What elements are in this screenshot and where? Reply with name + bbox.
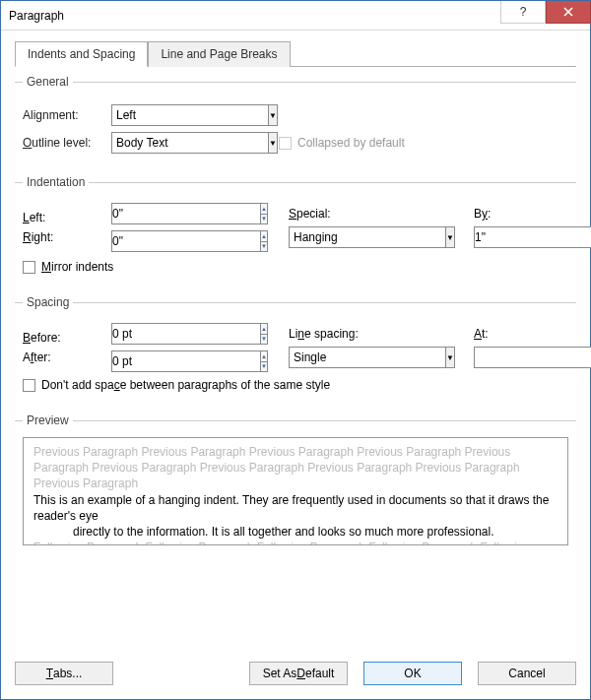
spin-up-icon[interactable]: ▲ <box>261 231 267 241</box>
collapsed-label: Collapsed by default <box>297 136 405 150</box>
before-label: Before: <box>23 331 111 345</box>
at-label: At: <box>474 327 553 341</box>
outline-value[interactable] <box>111 132 268 154</box>
button-row: Tabs... Set As Default OK Cancel <box>15 662 576 685</box>
chevron-down-icon[interactable]: ▼ <box>268 104 278 126</box>
left-spinner[interactable]: ▲▼ <box>111 203 190 224</box>
close-icon <box>563 7 573 17</box>
spin-down-icon[interactable]: ▼ <box>261 214 267 224</box>
mirror-label: Mirror indents <box>41 260 113 274</box>
chevron-down-icon[interactable]: ▼ <box>268 132 278 154</box>
special-label: Special: <box>289 207 458 221</box>
alignment-label: Alignment: <box>23 108 111 122</box>
chevron-down-icon[interactable]: ▼ <box>445 347 455 368</box>
right-label: Right: <box>23 230 111 244</box>
by-label: By: <box>474 207 553 221</box>
alignment-value[interactable] <box>111 104 268 126</box>
preview-previous: Previous Paragraph Previous Paragraph Pr… <box>33 444 558 492</box>
tab-strip: Indents and Spacing Line and Page Breaks <box>15 40 576 67</box>
ok-button[interactable]: OK <box>363 662 462 685</box>
alignment-select[interactable]: ▼ <box>111 104 259 126</box>
general-group: General Alignment: ▼ Outline level: ▼ Co… <box>15 75 576 163</box>
mirror-checkbox[interactable] <box>23 261 35 274</box>
special-select[interactable]: ▼ <box>289 226 448 248</box>
spacing-legend: Spacing <box>23 295 73 309</box>
spin-down-icon[interactable]: ▼ <box>261 334 267 345</box>
preview-following: Following Paragraph Following Paragraph … <box>33 540 558 545</box>
paragraph-dialog: Paragraph ? Indents and Spacing Line and… <box>0 0 591 700</box>
set-default-button[interactable]: Set As Default <box>249 662 348 685</box>
cancel-button[interactable]: Cancel <box>478 662 576 685</box>
preview-sample: This is an example of a hanging indent. … <box>33 492 558 541</box>
outline-select[interactable]: ▼ <box>111 132 259 154</box>
by-spinner[interactable]: ▲▼ <box>474 226 553 248</box>
dont-add-label: Don't add space between paragraphs of th… <box>41 378 330 392</box>
collapsed-checkbox <box>279 137 292 150</box>
after-spinner[interactable]: ▲▼ <box>111 350 190 372</box>
general-legend: General <box>23 75 73 89</box>
indentation-legend: Indentation <box>23 175 89 189</box>
tab-line-page-breaks[interactable]: Line and Page Breaks <box>148 41 290 67</box>
before-spinner[interactable]: ▲▼ <box>111 323 190 345</box>
spin-down-icon[interactable]: ▼ <box>261 241 267 252</box>
titlebar: Paragraph ? <box>1 1 590 31</box>
at-spinner[interactable]: ▲▼ <box>474 347 553 368</box>
spin-up-icon[interactable]: ▲ <box>261 351 267 361</box>
spacing-group: Spacing Before: After: ▲▼ ▲▼ Line spacin… <box>15 295 576 402</box>
line-spacing-label: Line spacing: <box>289 327 458 341</box>
preview-legend: Preview <box>23 414 73 427</box>
tabs-button[interactable]: Tabs... <box>15 662 113 685</box>
window-title: Paragraph <box>9 9 500 23</box>
right-spinner[interactable]: ▲▼ <box>111 230 190 252</box>
preview-box: Previous Paragraph Previous Paragraph Pr… <box>23 437 568 545</box>
line-spacing-select[interactable]: ▼ <box>289 347 448 368</box>
outline-label: Outline level: <box>23 136 111 150</box>
close-button[interactable] <box>546 1 591 24</box>
dont-add-checkbox[interactable] <box>23 379 35 392</box>
indentation-group: Indentation Left: Right: ▲▼ ▲▼ Special: … <box>15 175 576 284</box>
after-label: After: <box>23 350 111 364</box>
help-button[interactable]: ? <box>500 1 546 24</box>
preview-group: Preview Previous Paragraph Previous Para… <box>15 414 576 549</box>
chevron-down-icon[interactable]: ▼ <box>445 226 455 248</box>
spin-up-icon[interactable]: ▲ <box>261 204 267 214</box>
left-label: Left: <box>23 211 111 224</box>
spin-down-icon[interactable]: ▼ <box>261 361 267 372</box>
spin-up-icon[interactable]: ▲ <box>261 324 267 334</box>
tab-indents-spacing[interactable]: Indents and Spacing <box>15 41 148 67</box>
